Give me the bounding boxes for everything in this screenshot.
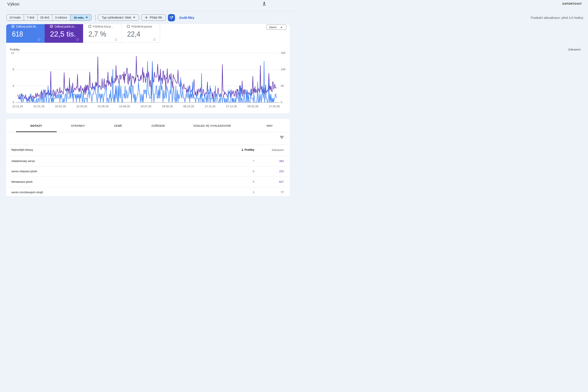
svg-text:10.06.25: 10.06.25 [119,105,130,108]
svg-text:8: 8 [12,68,14,71]
svg-text:20.07.25: 20.07.25 [141,105,151,108]
svg-text:150: 150 [281,51,285,54]
svg-text:17.03.26: 17.03.26 [269,105,280,108]
svg-text:22.03.25: 22.03.25 [76,105,87,108]
svg-text:29.08.25: 29.08.25 [162,105,173,108]
svg-text:01.05.25: 01.05.25 [98,105,108,108]
svg-text:27.12.25: 27.12.25 [226,105,237,108]
svg-text:10.02.25: 10.02.25 [55,105,66,108]
svg-text:4: 4 [12,84,14,88]
svg-text:05.02.26: 05.02.26 [247,105,258,108]
svg-text:100: 100 [281,68,285,71]
svg-text:50: 50 [281,84,284,88]
svg-text:12: 12 [11,51,14,54]
svg-text:17.11.25: 17.11.25 [205,105,215,108]
svg-text:01.01.25: 01.01.25 [33,105,44,108]
svg-text:08.10.25: 08.10.25 [183,105,194,108]
svg-text:0: 0 [12,101,14,104]
svg-text:22.11.24: 22.11.24 [12,105,23,108]
svg-text:0: 0 [281,101,282,104]
